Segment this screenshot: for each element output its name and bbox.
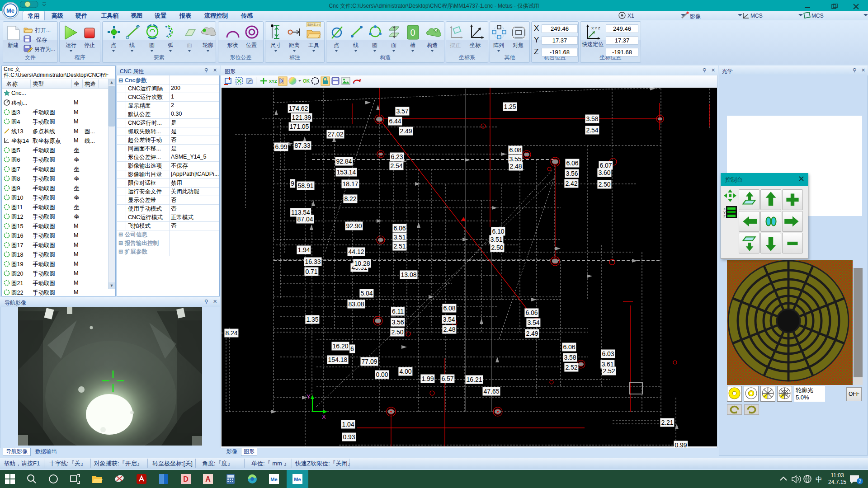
svg-text:X Y Z: X Y Z [591,26,600,30]
svg-text:Me: Me [270,477,277,482]
svg-text:Me: Me [294,477,301,482]
svg-text:中: 中 [816,475,822,483]
svg-text:OK: OK [303,79,310,84]
svg-text:Me: Me [6,7,14,14]
svg-text:Y: Y [307,393,311,400]
svg-text:X: X [322,413,326,420]
svg-text:A: A [205,475,211,483]
svg-text:0: 0 [410,28,415,38]
svg-text:Z: Z [723,214,726,218]
svg-text:D: D [183,475,189,483]
svg-text:2: 2 [859,479,861,484]
svg-text:XYZ: XYZ [269,79,277,84]
